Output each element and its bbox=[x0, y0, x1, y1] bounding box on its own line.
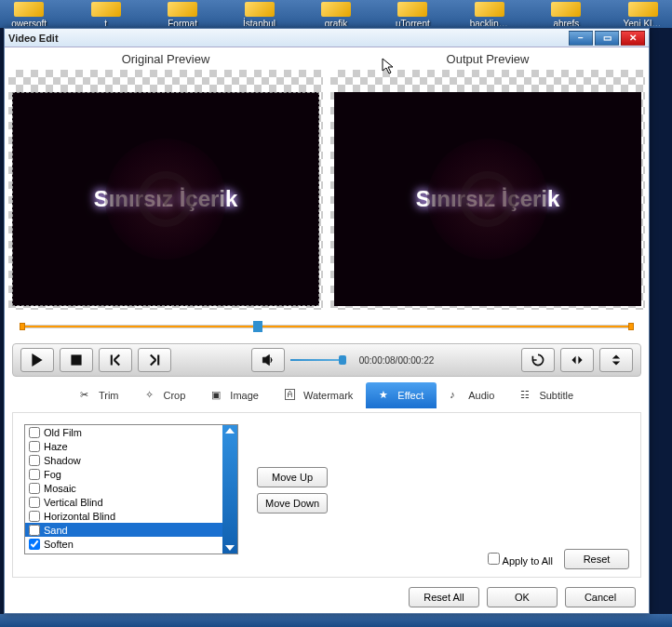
desktop-icon[interactable]: Yeni Klasö bbox=[624, 2, 663, 26]
window-title: Video Edit bbox=[8, 33, 569, 44]
reset-button[interactable]: Reset bbox=[564, 549, 629, 569]
desktop-icon[interactable]: t bbox=[86, 2, 125, 26]
flip-vertical-button[interactable] bbox=[599, 348, 633, 372]
desktop-icon[interactable]: owersoft bbox=[9, 2, 48, 26]
effect-label: Horizontal Blind bbox=[44, 511, 115, 522]
image-icon: ▣ bbox=[211, 389, 224, 402]
cancel-button[interactable]: Cancel bbox=[565, 587, 636, 607]
dialog-buttons: Reset All OK Cancel bbox=[5, 581, 649, 613]
effect-checkbox[interactable] bbox=[29, 497, 40, 508]
range-start-handle[interactable] bbox=[20, 323, 25, 330]
stop-button[interactable] bbox=[60, 348, 93, 372]
effect-item[interactable]: Vertical Blind bbox=[25, 495, 222, 509]
effect-checkbox[interactable] bbox=[29, 469, 40, 480]
preview-area: Sınırsız İçerik Sınırsız İçerik bbox=[5, 70, 649, 310]
music-note-icon: ♪ bbox=[450, 389, 463, 402]
effect-checkbox[interactable] bbox=[29, 441, 40, 452]
move-up-button[interactable]: Move Up bbox=[257, 467, 328, 487]
timeline-range bbox=[20, 326, 634, 327]
effect-checkbox[interactable] bbox=[29, 427, 40, 438]
effect-scrollbar[interactable] bbox=[222, 425, 237, 554]
effect-label: Vertical Blind bbox=[44, 497, 103, 508]
apply-to-all-checkbox[interactable] bbox=[488, 553, 500, 565]
timecode-display: 00:00:08/00:00:22 bbox=[359, 355, 435, 366]
range-end-handle[interactable] bbox=[628, 323, 634, 330]
volume-slider[interactable] bbox=[290, 357, 346, 363]
effect-item[interactable]: Sand bbox=[25, 523, 222, 537]
effect-checkbox[interactable] bbox=[29, 483, 40, 494]
scissors-icon: ✂ bbox=[80, 389, 93, 402]
watermark-icon: 🄰 bbox=[285, 389, 298, 402]
effect-label: Shadow bbox=[44, 455, 81, 466]
effect-list[interactable]: Old FilmHazeShadowFogMosaicVertical Blin… bbox=[24, 424, 238, 554]
output-preview-pane: Sınırsız İçerik bbox=[330, 70, 645, 310]
crop-icon: ✧ bbox=[145, 389, 158, 402]
move-down-button[interactable]: Move Down bbox=[257, 493, 328, 514]
effect-item[interactable]: Shadow bbox=[25, 453, 222, 467]
down-arrow-icon bbox=[138, 171, 194, 227]
tab-trim[interactable]: ✂Trim bbox=[67, 382, 132, 408]
effect-label: Mosaic bbox=[44, 483, 76, 494]
original-preview-pane[interactable]: Sınırsız İçerik bbox=[8, 70, 323, 310]
desktop-icon[interactable]: uTorrent bbox=[393, 2, 432, 26]
preview-headers: Original Preview Output Preview bbox=[5, 47, 649, 70]
close-button[interactable]: ✕ bbox=[621, 31, 645, 46]
mark-out-button[interactable] bbox=[138, 348, 171, 372]
desktop-icon[interactable]: grafik bbox=[316, 2, 356, 26]
desktop-icons-row: owersofttFormatİstanbulgrafikuTorrentbac… bbox=[0, 0, 672, 28]
effect-item[interactable]: Soften bbox=[25, 537, 222, 551]
down-arrow-icon bbox=[460, 171, 516, 227]
effect-item[interactable]: Old Film bbox=[25, 425, 222, 439]
apply-to-all-label[interactable]: Apply to All bbox=[488, 553, 553, 567]
tab-image[interactable]: ▣Image bbox=[198, 382, 272, 408]
ok-button[interactable]: OK bbox=[487, 587, 558, 607]
window-buttons: − ▭ ✕ bbox=[569, 31, 645, 46]
subtitle-icon: ☷ bbox=[520, 389, 533, 402]
desktop-icon[interactable]: ahrefs bbox=[546, 2, 585, 26]
effect-item[interactable]: Mosaic bbox=[25, 481, 222, 495]
output-preview-video: Sınırsız İçerik bbox=[334, 92, 641, 306]
effect-checkbox[interactable] bbox=[29, 455, 40, 466]
playhead[interactable] bbox=[253, 321, 262, 332]
effect-label: Old Film bbox=[44, 427, 82, 438]
effect-panel: Old FilmHazeShadowFogMosaicVertical Blin… bbox=[12, 412, 641, 578]
tab-effect[interactable]: ★Effect bbox=[366, 382, 437, 408]
svg-rect-0 bbox=[71, 354, 81, 365]
reset-all-button[interactable]: Reset All bbox=[409, 587, 479, 607]
effect-checkbox[interactable] bbox=[29, 511, 40, 522]
edit-tabs: ✂Trim ✧Crop ▣Image 🄰Watermark ★Effect ♪A… bbox=[23, 382, 630, 408]
titlebar: Video Edit − ▭ ✕ bbox=[5, 29, 649, 47]
effect-label: Soften bbox=[44, 539, 74, 550]
tab-watermark[interactable]: 🄰Watermark bbox=[272, 382, 366, 408]
apply-row: Apply to All Reset bbox=[488, 549, 629, 569]
volume-thumb[interactable] bbox=[339, 355, 346, 365]
original-preview-label: Original Preview bbox=[5, 52, 327, 66]
move-buttons: Move Up Move Down bbox=[257, 467, 328, 566]
effect-item[interactable]: Fog bbox=[25, 467, 222, 481]
minimize-button[interactable]: − bbox=[569, 31, 593, 46]
output-preview-label: Output Preview bbox=[327, 52, 649, 66]
volume-button[interactable] bbox=[251, 348, 285, 372]
tab-crop[interactable]: ✧Crop bbox=[132, 382, 199, 408]
play-button[interactable] bbox=[20, 348, 54, 372]
mark-in-button[interactable] bbox=[99, 348, 132, 372]
original-preview-video: Sınırsız İçerik bbox=[12, 92, 319, 306]
maximize-button[interactable]: ▭ bbox=[595, 31, 619, 46]
tab-subtitle[interactable]: ☷Subtitle bbox=[507, 382, 586, 408]
desktop-icon[interactable]: İstanbul bbox=[239, 2, 278, 26]
effect-label: Sand bbox=[44, 525, 68, 536]
rotate-button[interactable] bbox=[521, 348, 555, 372]
effect-checkbox[interactable] bbox=[29, 539, 40, 550]
effect-label: Fog bbox=[44, 469, 61, 480]
effect-label: Haze bbox=[44, 441, 68, 452]
timeline[interactable] bbox=[20, 317, 634, 336]
desktop-icon[interactable]: Format bbox=[163, 2, 202, 26]
desktop-icon[interactable]: backlink-d bbox=[470, 2, 509, 26]
effect-item[interactable]: Haze bbox=[25, 439, 222, 453]
playback-controls: 00:00:08/00:00:22 bbox=[12, 343, 641, 377]
effect-checkbox[interactable] bbox=[29, 525, 40, 536]
taskbar bbox=[0, 614, 672, 627]
tab-audio[interactable]: ♪Audio bbox=[437, 382, 507, 408]
flip-horizontal-button[interactable] bbox=[560, 348, 594, 372]
effect-item[interactable]: Horizontal Blind bbox=[25, 509, 222, 523]
